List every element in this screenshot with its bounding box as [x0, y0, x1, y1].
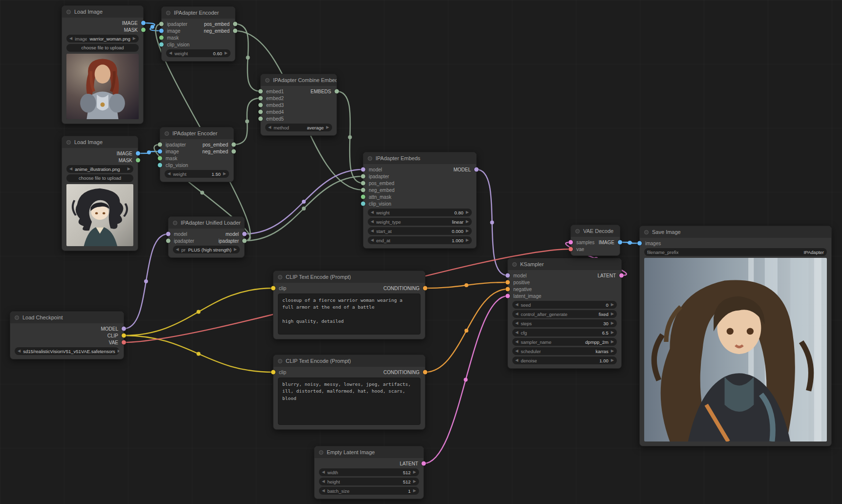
- increment-arrow-icon[interactable]: ▶: [611, 340, 614, 344]
- decrement-arrow-icon[interactable]: ◀: [515, 340, 518, 344]
- collapse-dot-icon[interactable]: [278, 275, 282, 279]
- widget-sampler-name[interactable]: ◀ sampler_name dpmpp_2m ▶: [512, 338, 617, 346]
- widget-width[interactable]: ◀ width 512 ▶: [319, 468, 419, 476]
- decrement-arrow-icon[interactable]: ◀: [176, 248, 179, 252]
- collapse-dot-icon[interactable]: [278, 359, 282, 363]
- node-ksampler[interactable]: KSampler model LATENT positive negative …: [507, 258, 622, 369]
- input-port-image[interactable]: [159, 29, 164, 33]
- collapse-dot-icon[interactable]: [15, 315, 19, 320]
- input-port-neg-embed[interactable]: [361, 188, 365, 192]
- widget-method[interactable]: ◀ method average ▶: [265, 124, 332, 131]
- input-port-pos-embed[interactable]: [361, 181, 365, 186]
- input-port-ipadapter[interactable]: [159, 22, 164, 26]
- increment-arrow-icon[interactable]: ▶: [466, 238, 469, 242]
- decrement-arrow-icon[interactable]: ◀: [371, 220, 374, 224]
- prompt-textarea[interactable]: closeup of a fierce warrior woman wearin…: [278, 294, 421, 335]
- increment-arrow-icon[interactable]: ▶: [118, 349, 119, 353]
- widget-control-after-generate[interactable]: ◀ control_after_generate fixed ▶: [512, 310, 617, 318]
- input-port-mask[interactable]: [159, 36, 164, 40]
- upload-button[interactable]: choose file to upload: [66, 174, 133, 182]
- input-port-model[interactable]: [505, 273, 510, 278]
- increment-arrow-icon[interactable]: ▶: [611, 358, 614, 362]
- node-vae-decode[interactable]: VAE Decode samples IMAGE vae: [570, 225, 620, 256]
- increment-arrow-icon[interactable]: ▶: [413, 489, 416, 493]
- collapse-dot-icon[interactable]: [512, 262, 517, 267]
- widget-cfg[interactable]: ◀ cfg 6.5 ▶: [512, 329, 617, 336]
- widget-image[interactable]: ◀ anime_illustration.png ▶: [66, 165, 133, 173]
- collapse-dot-icon[interactable]: [66, 140, 71, 145]
- input-port-mask[interactable]: [158, 156, 162, 161]
- collapse-dot-icon[interactable]: [166, 11, 170, 15]
- collapse-dot-icon[interactable]: [165, 131, 169, 136]
- collapse-dot-icon[interactable]: [644, 230, 649, 234]
- decrement-arrow-icon[interactable]: ◀: [515, 358, 518, 362]
- widget-batch-size[interactable]: ◀ batch_size 1 ▶: [319, 487, 419, 495]
- node-clip-text-encode-negative[interactable]: CLIP Text Encode (Prompt) clip CONDITION…: [273, 355, 425, 430]
- output-port-clip[interactable]: [122, 334, 126, 338]
- collapse-dot-icon[interactable]: [368, 156, 372, 161]
- decrement-arrow-icon[interactable]: ◀: [168, 172, 170, 176]
- node-clip-text-encode-positive[interactable]: CLIP Text Encode (Prompt) clip CONDITION…: [273, 271, 425, 339]
- input-port-attn-mask[interactable]: [361, 195, 365, 199]
- collapse-dot-icon[interactable]: [319, 450, 323, 455]
- decrement-arrow-icon[interactable]: ◀: [515, 303, 518, 307]
- input-port-vae[interactable]: [568, 247, 573, 252]
- output-port-conditioning[interactable]: [423, 286, 427, 291]
- node-ipadapter-combine-embeds[interactable]: IPAdapter Combine Embeds embed1 EMBEDS e…: [260, 74, 337, 136]
- input-port-embed4[interactable]: [258, 110, 263, 114]
- collapse-dot-icon[interactable]: [265, 78, 270, 83]
- increment-arrow-icon[interactable]: ▶: [234, 248, 237, 252]
- increment-arrow-icon[interactable]: ▶: [223, 172, 226, 176]
- input-port-images[interactable]: [637, 241, 642, 246]
- output-port-latent[interactable]: [421, 462, 426, 466]
- decrement-arrow-icon[interactable]: ◀: [322, 489, 325, 493]
- increment-arrow-icon[interactable]: ▶: [611, 303, 614, 307]
- decrement-arrow-icon[interactable]: ◀: [322, 470, 325, 474]
- decrement-arrow-icon[interactable]: ◀: [69, 37, 72, 41]
- prompt-textarea[interactable]: blurry, noisy, messy, lowres, jpeg, arti…: [278, 378, 421, 425]
- decrement-arrow-icon[interactable]: ◀: [169, 51, 172, 55]
- widget-weight[interactable]: ◀ weight 1.50 ▶: [165, 170, 229, 178]
- widget-weight[interactable]: ◀ weight 0.80 ▶: [368, 209, 472, 216]
- decrement-arrow-icon[interactable]: ◀: [371, 229, 374, 233]
- output-port-ipadapter[interactable]: [242, 239, 247, 243]
- input-port-clip[interactable]: [271, 286, 275, 291]
- widget-height[interactable]: ◀ height 512 ▶: [319, 478, 419, 485]
- decrement-arrow-icon[interactable]: ◀: [18, 349, 21, 353]
- output-port-embeds[interactable]: [335, 89, 339, 94]
- increment-arrow-icon[interactable]: ▶: [413, 470, 416, 474]
- input-port-clip[interactable]: [271, 370, 275, 375]
- widget-steps[interactable]: ◀ steps 30 ▶: [512, 319, 617, 327]
- widget-denoise[interactable]: ◀ denoise 1.00 ▶: [512, 357, 617, 364]
- collapse-dot-icon[interactable]: [66, 10, 71, 14]
- decrement-arrow-icon[interactable]: ◀: [322, 480, 325, 483]
- widget-start-at[interactable]: ◀ start_at 0.000 ▶: [368, 227, 472, 235]
- input-port-embed2[interactable]: [258, 96, 263, 101]
- input-port-ipadapter[interactable]: [158, 143, 162, 147]
- upload-button[interactable]: choose file to upload: [66, 44, 139, 52]
- widget-scheduler[interactable]: ◀ scheduler karras ▶: [512, 347, 617, 355]
- input-port-embed5[interactable]: [258, 117, 263, 121]
- increment-arrow-icon[interactable]: ▶: [611, 349, 614, 353]
- node-load-image-2[interactable]: Load Image IMAGE MASK ◀ anime_illustrati…: [62, 136, 138, 251]
- widget-weight[interactable]: ◀ weight 0.60 ▶: [166, 49, 231, 57]
- output-port-image[interactable]: [141, 21, 146, 25]
- increment-arrow-icon[interactable]: ▶: [466, 220, 469, 224]
- input-port-latent-image[interactable]: [505, 294, 510, 298]
- widget-weight-type[interactable]: ◀ weight_type linear ▶: [368, 218, 472, 226]
- increment-arrow-icon[interactable]: ▶: [466, 229, 469, 233]
- output-port-image[interactable]: [618, 240, 622, 245]
- decrement-arrow-icon[interactable]: ◀: [268, 126, 271, 129]
- input-port-embed3[interactable]: [258, 103, 263, 107]
- node-ipadapter-unified-loader[interactable]: IPAdapter Unified Loader model model ipa…: [168, 216, 245, 258]
- increment-arrow-icon[interactable]: ▶: [413, 480, 416, 483]
- input-port-clip-vision[interactable]: [158, 163, 162, 168]
- output-port-model[interactable]: [122, 327, 126, 331]
- output-port-vae[interactable]: [122, 340, 126, 345]
- widget-preset[interactable]: ◀ preset PLUS (high strength) ▶: [173, 246, 240, 253]
- decrement-arrow-icon[interactable]: ◀: [515, 331, 518, 335]
- output-port-mask[interactable]: [136, 158, 140, 163]
- node-ipadapter-encoder-1[interactable]: IPAdapter Encoder ipadapter pos_embed im…: [161, 6, 235, 62]
- input-port-positive[interactable]: [505, 280, 510, 285]
- increment-arrow-icon[interactable]: ▶: [225, 51, 228, 55]
